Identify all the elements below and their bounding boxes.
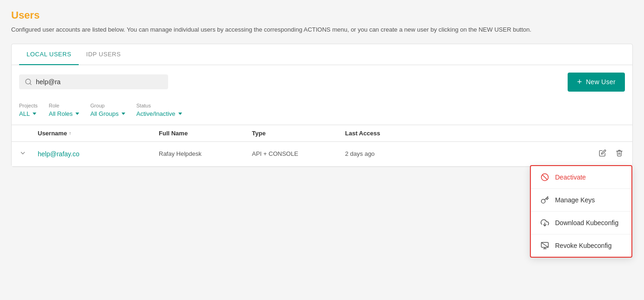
th-username: Username ↑ bbox=[38, 130, 159, 137]
plus-icon: + bbox=[577, 77, 582, 87]
status-value: Active/Inactive bbox=[136, 110, 176, 117]
page-title: Users bbox=[11, 9, 633, 21]
status-label: Status bbox=[136, 103, 182, 108]
download-kubeconfig-label: Download Kubeconfig bbox=[555, 219, 618, 227]
group-filter: Group All Groups bbox=[90, 103, 125, 117]
revoke-kubeconfig-icon bbox=[540, 241, 549, 250]
manage-keys-icon bbox=[540, 195, 549, 205]
delete-button[interactable] bbox=[614, 147, 625, 160]
menu-item-revoke-kubeconfig[interactable]: Revoke Kubeconfig bbox=[531, 234, 631, 257]
projects-value: ALL bbox=[19, 110, 30, 117]
svg-line-9 bbox=[542, 242, 549, 247]
group-value: All Groups bbox=[90, 110, 119, 117]
projects-filter: Projects ALL bbox=[19, 103, 38, 117]
row-type: API + CONSOLE bbox=[252, 150, 345, 157]
status-filter: Status Active/Inactive bbox=[136, 103, 182, 117]
group-label: Group bbox=[90, 103, 125, 108]
new-user-button[interactable]: + New User bbox=[568, 73, 625, 92]
revoke-kubeconfig-label: Revoke Kubeconfig bbox=[555, 242, 611, 249]
th-actions bbox=[438, 130, 625, 137]
users-table: Username ↑ Full Name Type Last Access he… bbox=[12, 125, 632, 167]
download-kubeconfig-icon bbox=[540, 218, 549, 227]
projects-select[interactable]: ALL bbox=[19, 110, 38, 117]
role-chevron-icon bbox=[75, 113, 79, 115]
menu-item-manage-keys[interactable]: Manage Keys bbox=[531, 189, 631, 212]
menu-item-deactivate[interactable]: Deactivate bbox=[531, 166, 631, 189]
search-icon bbox=[25, 78, 32, 86]
row-fullname: Rafay Helpdesk bbox=[159, 150, 252, 157]
deactivate-label: Deactivate bbox=[555, 173, 586, 181]
row-last-access: 2 days ago bbox=[345, 150, 438, 157]
status-select[interactable]: Active/Inactive bbox=[136, 110, 182, 117]
group-select[interactable]: All Groups bbox=[90, 110, 125, 117]
th-last-access: Last Access bbox=[345, 130, 438, 137]
svg-line-3 bbox=[542, 174, 548, 180]
toolbar: + New User bbox=[12, 65, 632, 99]
th-expand bbox=[19, 130, 38, 137]
svg-line-1 bbox=[30, 83, 31, 85]
tab-idp-users[interactable]: IDP USERS bbox=[79, 44, 128, 65]
role-label: Role bbox=[49, 103, 79, 108]
row-actions bbox=[438, 147, 625, 160]
row-username[interactable]: help@rafay.co bbox=[38, 150, 159, 158]
context-menu: Deactivate Manage Keys bbox=[530, 165, 632, 258]
role-value: All Roles bbox=[49, 110, 73, 117]
users-card: LOCAL USERS IDP USERS + New User Project… bbox=[11, 44, 633, 167]
deactivate-icon bbox=[540, 173, 549, 182]
menu-item-download-kubeconfig[interactable]: Download Kubeconfig bbox=[531, 212, 631, 234]
filters-bar: Projects ALL Role All Roles Group All Gr… bbox=[12, 99, 632, 125]
group-chevron-icon bbox=[122, 113, 125, 115]
new-user-label: New User bbox=[586, 78, 616, 86]
role-filter: Role All Roles bbox=[49, 103, 79, 117]
manage-keys-label: Manage Keys bbox=[555, 196, 595, 204]
projects-label: Projects bbox=[19, 103, 38, 108]
projects-chevron-icon bbox=[33, 113, 36, 115]
username-sort-icon: ↑ bbox=[69, 131, 71, 136]
row-expand-button[interactable] bbox=[19, 149, 38, 158]
search-box bbox=[19, 74, 168, 89]
table-row: help@rafay.co Rafay Helpdesk API + CONSO… bbox=[12, 142, 632, 167]
tab-local-users[interactable]: LOCAL USERS bbox=[19, 44, 79, 65]
search-input[interactable] bbox=[36, 78, 163, 86]
edit-button[interactable] bbox=[597, 147, 608, 160]
th-type: Type bbox=[252, 130, 345, 137]
page-description: Configured user accounts are listed belo… bbox=[11, 25, 633, 34]
role-select[interactable]: All Roles bbox=[49, 110, 79, 117]
table-header: Username ↑ Full Name Type Last Access bbox=[12, 125, 632, 142]
status-chevron-icon bbox=[178, 113, 182, 115]
tabs-container: LOCAL USERS IDP USERS bbox=[12, 44, 632, 65]
th-fullname: Full Name bbox=[159, 130, 252, 137]
